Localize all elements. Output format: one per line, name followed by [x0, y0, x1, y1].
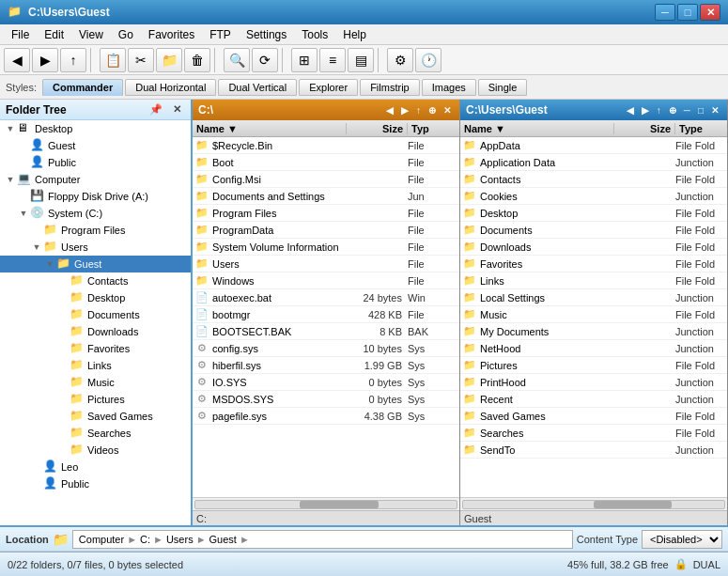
right-nav-close[interactable]: ✕: [708, 105, 721, 116]
right-scrollbar-thumb[interactable]: [594, 501, 672, 508]
right-row-printhood[interactable]: 📁 PrintHood Junction: [460, 374, 727, 391]
left-col-name[interactable]: Name ▼: [193, 123, 347, 134]
left-scrollbar-thumb[interactable]: [300, 501, 378, 508]
tree-expand-systemc[interactable]: ▼: [17, 207, 30, 220]
left-col-size[interactable]: Size: [347, 123, 408, 134]
right-row-mydocs[interactable]: 📁 My Documents Junction: [460, 323, 727, 340]
left-row-config-msi[interactable]: 📁 Config.Msi File: [193, 171, 459, 188]
tab-dual-horizontal[interactable]: Dual Horizontal: [125, 79, 216, 96]
left-row-sysvolinfo[interactable]: 📁 System Volume Information File: [193, 239, 459, 256]
right-scrollbar[interactable]: [460, 497, 727, 510]
view-details-button[interactable]: ▤: [348, 48, 374, 72]
newdir-button[interactable]: 📁: [156, 48, 182, 72]
left-panel-content[interactable]: 📁 $Recycle.Bin File 📁 Boot File 📁 Config…: [193, 137, 459, 497]
left-col-type[interactable]: Typ: [408, 123, 459, 134]
left-nav-close[interactable]: ✕: [441, 105, 454, 116]
view-icons-button[interactable]: ⊞: [291, 48, 318, 72]
tree-item-floppy[interactable]: 💾 Floppy Disk Drive (A:): [0, 188, 191, 205]
menu-go[interactable]: Go: [111, 26, 141, 43]
right-row-appdata-full[interactable]: 📁 Application Data Junction: [460, 154, 727, 171]
tree-item-videos[interactable]: 📁 Videos: [0, 442, 191, 459]
tree-pin-button[interactable]: 📌: [146, 103, 166, 116]
left-nav-up[interactable]: ↑: [413, 105, 424, 116]
menu-help[interactable]: Help: [335, 26, 374, 43]
right-row-nethood[interactable]: 📁 NetHood Junction: [460, 340, 727, 357]
left-row-pagefile[interactable]: ⚙ pagefile.sys 4.38 GB Sys: [193, 408, 459, 425]
menu-tools[interactable]: Tools: [294, 26, 335, 43]
menu-edit[interactable]: Edit: [37, 26, 71, 43]
right-col-type[interactable]: Type: [675, 123, 727, 134]
right-nav-max[interactable]: □: [695, 105, 706, 116]
history-button[interactable]: 🕐: [415, 48, 441, 72]
left-row-recycle[interactable]: 📁 $Recycle.Bin File: [193, 137, 459, 154]
tree-item-favorites[interactable]: 📁 Favorites: [0, 340, 191, 357]
tree-item-downloads[interactable]: 📁 Downloads: [0, 323, 191, 340]
tree-item-saved-games[interactable]: 📁 Saved Games: [0, 408, 191, 425]
up-button[interactable]: ↑: [60, 48, 86, 72]
left-row-windows[interactable]: 📁 Windows File: [193, 272, 459, 289]
maximize-button[interactable]: □: [677, 4, 698, 21]
folder-tree-content[interactable]: ▼ 🖥 Desktop 👤 Guest 👤 Public ▼ 💻 Co: [0, 120, 191, 525]
tree-expand-users[interactable]: ▼: [30, 241, 43, 254]
menu-view[interactable]: View: [71, 26, 111, 43]
breadcrumb[interactable]: Computer ► C: ► Users ► Guest ►: [72, 530, 573, 549]
left-row-config-sys[interactable]: ⚙ config.sys 10 bytes Sys: [193, 340, 459, 357]
right-row-sendto[interactable]: 📁 SendTo Junction: [460, 442, 727, 459]
breadcrumb-users[interactable]: Users: [166, 534, 194, 545]
tree-item-searches[interactable]: 📁 Searches: [0, 425, 191, 442]
menu-ftp[interactable]: FTP: [202, 26, 239, 43]
left-row-users[interactable]: 📁 Users File: [193, 256, 459, 272]
left-row-msdos[interactable]: ⚙ MSDOS.SYS 0 bytes Sys: [193, 391, 459, 408]
right-row-desktop[interactable]: 📁 Desktop File Fold: [460, 205, 727, 222]
menu-file[interactable]: File: [4, 26, 37, 43]
tree-item-desktop2[interactable]: 📁 Desktop: [0, 289, 191, 306]
tab-dual-vertical[interactable]: Dual Vertical: [218, 79, 297, 96]
tree-item-public2[interactable]: 👤 Public: [0, 475, 191, 492]
left-row-programdata[interactable]: 📁 ProgramData File: [193, 222, 459, 239]
right-row-downloads[interactable]: 📁 Downloads File Fold: [460, 239, 727, 256]
right-nav-home[interactable]: ⊕: [666, 105, 679, 116]
breadcrumb-guest[interactable]: Guest: [209, 534, 237, 545]
left-row-bootmgr[interactable]: 📄 bootmgr 428 KB File: [193, 306, 459, 323]
left-row-bootsect[interactable]: 📄 BOOTSECT.BAK 8 KB BAK: [193, 323, 459, 340]
tab-explorer[interactable]: Explorer: [299, 79, 358, 96]
right-col-size[interactable]: Size: [614, 123, 675, 134]
minimize-button[interactable]: ─: [655, 4, 675, 21]
move-button[interactable]: ✂: [128, 48, 154, 72]
right-row-pictures[interactable]: 📁 Pictures File Fold: [460, 357, 727, 374]
right-row-contacts[interactable]: 📁 Contacts File Fold: [460, 171, 727, 188]
search-button[interactable]: 🔍: [224, 48, 250, 72]
tree-item-public-desktop[interactable]: 👤 Public: [0, 154, 191, 171]
left-nav-next[interactable]: ▶: [398, 105, 411, 116]
right-row-searches[interactable]: 📁 Searches File Fold: [460, 425, 727, 442]
view-list-button[interactable]: ≡: [319, 48, 346, 72]
left-row-docs-settings[interactable]: 📁 Documents and Settings Jun: [193, 188, 459, 205]
tree-item-contacts[interactable]: 📁 Contacts: [0, 272, 191, 289]
right-nav-next[interactable]: ▶: [639, 105, 652, 116]
tree-item-music[interactable]: 📁 Music: [0, 374, 191, 391]
tree-item-links[interactable]: 📁 Links: [0, 357, 191, 374]
tab-single[interactable]: Single: [478, 79, 528, 96]
forward-button[interactable]: ▶: [32, 48, 58, 72]
left-scrollbar-track[interactable]: [194, 500, 457, 509]
left-nav-prev[interactable]: ◀: [383, 105, 396, 116]
tree-item-computer[interactable]: ▼ 💻 Computer: [0, 171, 191, 188]
refresh-button[interactable]: ⟳: [252, 48, 278, 72]
breadcrumb-computer[interactable]: Computer: [79, 534, 124, 545]
right-row-music[interactable]: 📁 Music File Fold: [460, 306, 727, 323]
tree-item-guest-desktop[interactable]: 👤 Guest: [0, 137, 191, 154]
right-row-documents[interactable]: 📁 Documents File Fold: [460, 222, 727, 239]
back-button[interactable]: ◀: [4, 48, 30, 72]
tree-expand-computer[interactable]: ▼: [4, 173, 17, 186]
settings-button[interactable]: ⚙: [387, 48, 413, 72]
right-panel-content[interactable]: 📁 AppData File Fold 📁 Application Data J…: [460, 137, 727, 497]
menu-favorites[interactable]: Favorites: [141, 26, 202, 43]
right-nav-prev[interactable]: ◀: [624, 105, 637, 116]
tab-commander[interactable]: Commander: [42, 79, 123, 96]
tree-item-users[interactable]: ▼ 📁 Users: [0, 239, 191, 256]
tree-item-pictures[interactable]: 📁 Pictures: [0, 391, 191, 408]
tab-images[interactable]: Images: [422, 79, 476, 96]
tree-close-button[interactable]: ✕: [169, 103, 185, 116]
delete-button[interactable]: 🗑: [184, 48, 210, 72]
copy-button[interactable]: 📋: [100, 48, 126, 72]
